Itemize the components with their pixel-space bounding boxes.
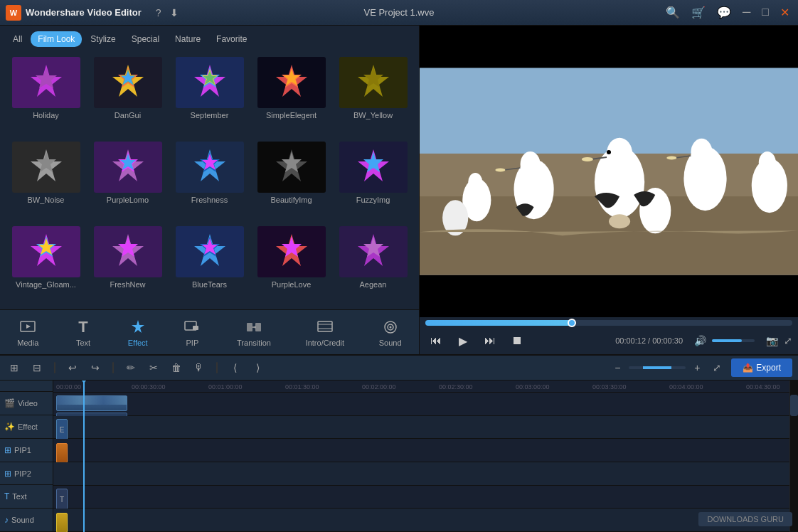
effect-freshness-label: Freshness xyxy=(191,196,228,204)
tl-undo-icon[interactable]: ↩ xyxy=(64,359,81,376)
timeline-area: ⊞ ⊟ ↩ ↪ ✏ ✂ 🗑 🎙 ⟨ ⟩ − + ⤢ 📤 Export xyxy=(0,354,798,532)
track-labels: 🎬 Video ✨ Effect ⊞ PIP1 ⊞ PIP2 T Text ♪ … xyxy=(0,381,53,532)
sound-track-row xyxy=(53,509,789,532)
media-label: Media xyxy=(17,339,38,347)
effect-purplelomo[interactable]: PurpleLomo xyxy=(87,139,168,222)
fullscreen-icon[interactable]: ⤢ xyxy=(784,335,792,346)
effect-fuzzyimg[interactable]: FuzzyImg xyxy=(333,139,413,222)
tab-stylize[interactable]: Stylize xyxy=(83,31,122,47)
play-btn[interactable]: ▶ xyxy=(452,330,474,351)
timeline-toolbar: ⊞ ⊟ ↩ ↪ ✏ ✂ 🗑 🎙 ⟨ ⟩ − + ⤢ 📤 Export xyxy=(0,356,798,381)
effect-aegean[interactable]: Aegean xyxy=(333,223,413,307)
app-logo: W xyxy=(6,5,21,21)
volume-slider[interactable] xyxy=(712,339,755,342)
tl-zoom-fit-icon[interactable]: ⤢ xyxy=(708,359,725,376)
track-label-sound: ♪ Sound xyxy=(0,509,53,532)
effect-clip-1[interactable]: E xyxy=(56,419,68,442)
effect-purplelove[interactable]: PurpleLove xyxy=(251,223,331,307)
tl-grid-icon[interactable]: ⊟ xyxy=(28,359,46,376)
effect-bwnoise[interactable]: BW_Noise xyxy=(6,139,86,222)
svg-point-62 xyxy=(495,168,505,171)
tab-favorite[interactable]: Favorite xyxy=(209,31,254,47)
tl-forward-icon[interactable]: ⟩ xyxy=(249,359,266,376)
effect-label: Effect xyxy=(128,339,148,347)
text-btn[interactable]: T Text xyxy=(68,314,99,350)
sound-btn[interactable]: Sound xyxy=(373,314,408,350)
playback-controls: ⏮ ▶ ⏭ ⏹ 00:00:12 / 00:00:30 🔊 📷 ⤢ xyxy=(420,317,798,354)
tl-cut-icon[interactable]: ✂ xyxy=(145,359,162,376)
tl-zoom: − + ⤢ xyxy=(609,359,725,376)
progress-thumb[interactable] xyxy=(568,319,576,327)
effect-freshnew[interactable]: FreshNew xyxy=(87,223,168,307)
chat-icon[interactable]: 💬 xyxy=(714,6,734,19)
effect-bluetears[interactable]: BlueTears xyxy=(169,223,250,307)
sound-clip-1[interactable] xyxy=(56,513,68,532)
effect-freshnew-label: FreshNew xyxy=(110,280,145,289)
window-controls: 🔍 🛒 💬 ─ □ ✕ xyxy=(663,6,792,19)
project-name: VE Project 1.wve xyxy=(364,7,435,18)
tl-back-icon[interactable]: ⟨ xyxy=(226,359,243,376)
effect-vintagegloam[interactable]: Vintage_Gloam... xyxy=(6,223,86,307)
tab-special[interactable]: Special xyxy=(124,31,166,47)
effect-freshness[interactable]: Freshness xyxy=(169,139,250,222)
effect-beautifyimg-label: BeautifyImg xyxy=(270,196,312,204)
pip-btn[interactable]: PIP xyxy=(176,314,208,350)
sound-icon xyxy=(381,317,400,337)
effects-grid: Holiday DanGui September SimpleElegent xyxy=(0,51,419,309)
progress-bar[interactable] xyxy=(425,320,792,326)
video-clip-1[interactable] xyxy=(56,395,127,411)
tl-zoom-out-icon[interactable]: − xyxy=(609,359,626,376)
skip-back-btn[interactable]: ⏮ xyxy=(425,330,447,351)
search-icon[interactable]: 🔍 xyxy=(663,6,683,19)
tl-zoom-fill xyxy=(643,366,671,369)
maximize-btn[interactable]: □ xyxy=(759,6,772,19)
effect-simpleelegent[interactable]: SimpleElegent xyxy=(251,54,331,137)
volume-icon[interactable]: 🔊 xyxy=(694,335,706,346)
tl-fit-icon[interactable]: ⊞ xyxy=(6,359,23,376)
tab-all[interactable]: All xyxy=(6,31,29,47)
tl-delete-icon[interactable]: 🗑 xyxy=(168,359,185,376)
stop-btn[interactable]: ⏹ xyxy=(506,330,528,351)
effect-dangui[interactable]: DanGui xyxy=(87,54,168,137)
tl-zoom-track[interactable] xyxy=(629,366,686,369)
cart-icon[interactable]: 🛒 xyxy=(688,6,708,19)
ruler-mark-7: 00:03:30:00 xyxy=(592,383,627,390)
effect-september-label: September xyxy=(191,111,229,119)
tl-record-icon[interactable]: 🎙 xyxy=(191,359,208,376)
effect-btn[interactable]: Effect xyxy=(122,314,154,350)
text-clip-1[interactable]: T xyxy=(56,489,68,511)
help-icon[interactable]: ? xyxy=(156,7,161,18)
title-bar: W Wondershare Video Editor ? ⬇ VE Projec… xyxy=(0,0,798,26)
tab-film-look[interactable]: Film Look xyxy=(31,31,82,47)
effect-holiday-label: Holiday xyxy=(33,111,59,119)
tab-nature[interactable]: Nature xyxy=(168,31,208,47)
text-track-icon: T xyxy=(4,491,9,501)
ruler-spacer xyxy=(0,381,53,392)
watermark-text: DOWNLOADS GURU xyxy=(707,515,784,523)
introcredit-btn[interactable]: Intro/Credit xyxy=(300,314,350,350)
tl-zoom-in-icon[interactable]: + xyxy=(688,359,706,376)
effect-beautifyimg[interactable]: BeautifyImg xyxy=(251,139,331,222)
export-label: Export xyxy=(756,363,781,373)
effect-bwyellow[interactable]: BW_Yellow xyxy=(333,54,413,137)
right-scrollbar[interactable] xyxy=(789,381,798,532)
close-btn[interactable]: ✕ xyxy=(777,6,792,19)
tl-edit-icon[interactable]: ✏ xyxy=(122,359,139,376)
pip-label: PIP xyxy=(186,339,199,347)
svg-rect-43 xyxy=(193,326,198,330)
pip1-clip-1[interactable] xyxy=(56,443,68,463)
effect-september[interactable]: September xyxy=(169,54,250,137)
tl-redo-icon[interactable]: ↪ xyxy=(87,359,104,376)
svg-point-59 xyxy=(607,150,611,154)
minimize-btn[interactable]: ─ xyxy=(740,6,753,19)
transition-btn[interactable]: Transition xyxy=(231,314,277,350)
export-button[interactable]: 📤 Export xyxy=(731,358,792,377)
title-bar-icons: ? ⬇ xyxy=(156,7,179,18)
skip-forward-btn[interactable]: ⏭ xyxy=(479,330,501,351)
effect-holiday[interactable]: Holiday xyxy=(6,54,86,137)
download-icon[interactable]: ⬇ xyxy=(170,7,179,18)
snapshot-icon[interactable]: 📷 xyxy=(766,335,778,346)
filter-tabs: All Film Look Stylize Special Nature Fav… xyxy=(0,26,419,51)
track-label-pip2: ⊞ PIP2 xyxy=(0,462,53,486)
media-btn[interactable]: Media xyxy=(11,314,44,350)
